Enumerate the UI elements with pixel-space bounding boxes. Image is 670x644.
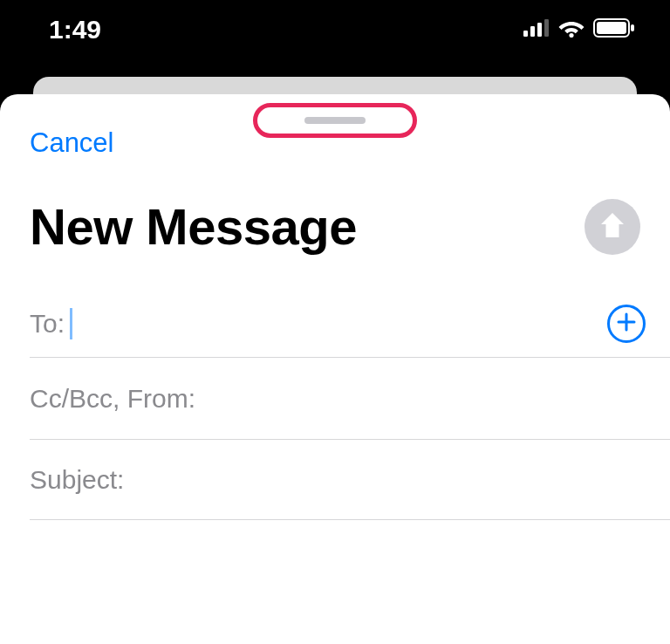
arrow-up-icon — [598, 210, 626, 243]
svg-rect-7 — [631, 24, 634, 31]
svg-point-4 — [569, 33, 573, 38]
cellular-icon — [523, 19, 550, 40]
status-time: 1:49 — [49, 15, 101, 45]
svg-rect-1 — [530, 26, 535, 37]
cc-bcc-from-label: Cc/Bcc, From: — [30, 384, 195, 414]
to-input[interactable] — [72, 309, 607, 339]
annotation-highlight — [253, 103, 417, 138]
to-label: To: — [30, 309, 65, 339]
svg-rect-0 — [523, 31, 528, 37]
svg-rect-6 — [597, 22, 626, 34]
subject-label: Subject: — [30, 465, 124, 495]
text-cursor — [70, 308, 72, 339]
compose-sheet: Cancel New Message To: — [0, 94, 670, 644]
svg-rect-3 — [544, 19, 549, 37]
wifi-icon — [558, 18, 585, 41]
add-contact-button[interactable] — [607, 305, 646, 343]
cancel-button[interactable]: Cancel — [30, 127, 114, 159]
status-icons — [523, 18, 635, 41]
plus-icon — [616, 312, 637, 335]
status-bar: 1:49 — [0, 0, 670, 77]
sheet-grabber[interactable] — [304, 117, 366, 124]
svg-rect-2 — [537, 23, 542, 37]
send-button[interactable] — [585, 199, 640, 255]
battery-icon — [593, 18, 635, 41]
compose-title: New Message — [30, 197, 357, 256]
subject-input[interactable] — [124, 465, 646, 495]
to-field-row[interactable]: To: — [30, 290, 670, 358]
cc-bcc-from-input[interactable] — [195, 384, 646, 414]
subject-field-row[interactable]: Subject: — [30, 440, 670, 520]
cc-bcc-from-field-row[interactable]: Cc/Bcc, From: — [30, 358, 670, 440]
